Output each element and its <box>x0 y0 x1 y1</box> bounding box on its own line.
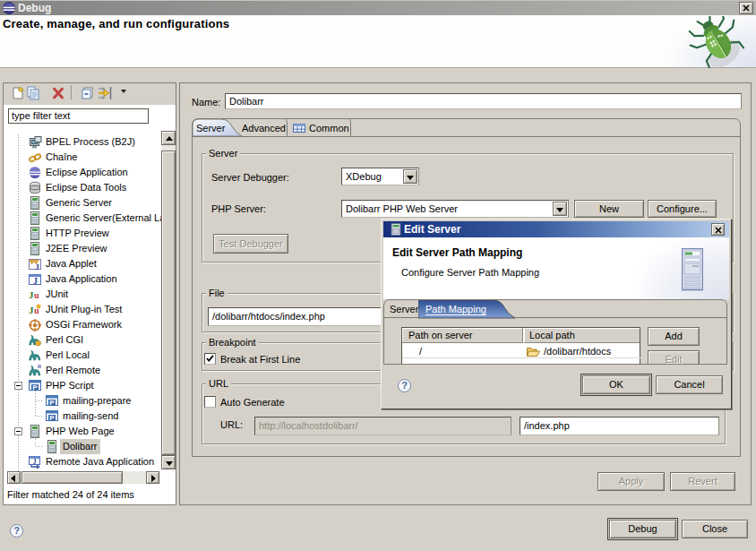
svg-text:J: J <box>33 458 37 466</box>
svg-text:J: J <box>35 263 39 271</box>
svg-text:u: u <box>34 290 39 300</box>
